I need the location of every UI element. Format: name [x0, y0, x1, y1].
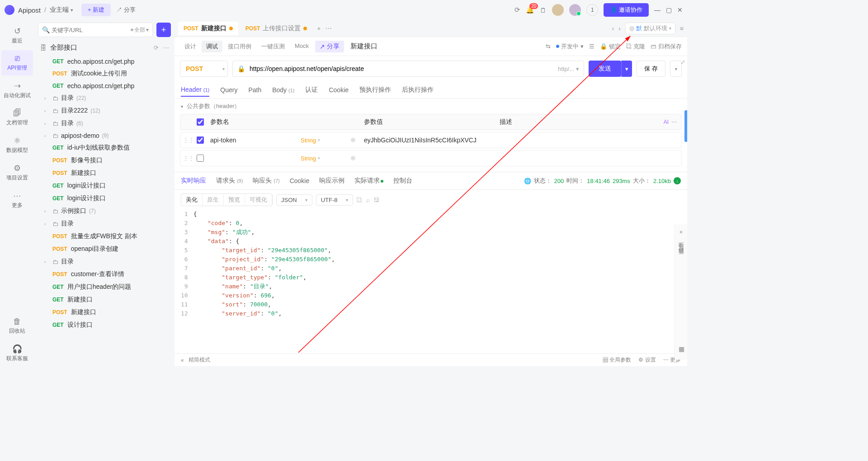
environment-select[interactable]: ◎ 默默认环境 ▾ [625, 23, 675, 34]
select-all-checkbox[interactable] [197, 118, 204, 126]
fmt-预览[interactable]: 预览 [224, 194, 245, 206]
param-tab-Cookie[interactable]: Cookie [329, 84, 349, 96]
collapse-icon[interactable]: ▾ [181, 104, 183, 109]
drag-icon[interactable]: ⋮⋮ [183, 155, 197, 161]
rail-item-文档管理[interactable]: 🗐文档管理 [1, 105, 33, 130]
simple-mode[interactable]: 精简模式 [189, 356, 210, 364]
request-tab[interactable]: POST上传接口设置 [240, 22, 313, 35]
resp-tab-响应头[interactable]: 响应头 (7) [253, 177, 279, 185]
tree-api[interactable]: GETid-iu中划线获取参数值 [34, 141, 175, 154]
tree-folder[interactable]: ›🗀目录 [34, 255, 175, 268]
tree-api[interactable]: GETecho.apipost.cn/get.php [34, 80, 175, 92]
next-tab-icon[interactable]: › [618, 25, 621, 32]
mode-调试[interactable]: 调试 [202, 41, 222, 52]
member-count[interactable]: 1 [586, 4, 598, 16]
response-encoding-select[interactable]: UTF-8▾ [316, 194, 353, 206]
required-icon[interactable]: ✻ [350, 155, 364, 162]
header-value[interactable]: eyJhbGciOiJIUzI1NiIsInR5cCI6IkpXVCJ [364, 136, 500, 144]
tree-api[interactable]: GET新建接口 [34, 293, 175, 306]
search-input-wrap[interactable]: 🔍 全部 ▾ [38, 23, 153, 37]
save-button[interactable]: 保 存 [637, 61, 665, 77]
dev-status[interactable]: 开发中 ▾ [556, 42, 584, 51]
tree-api[interactable]: GETecho.apipost.cn/get.php [34, 56, 175, 67]
assertions-panel[interactable]: « 断言与校验 [675, 224, 687, 360]
list-icon[interactable]: ≡ [680, 25, 684, 32]
copy-icon[interactable]: ⿻ [357, 197, 363, 203]
fmt-美化[interactable]: 美化 [181, 194, 203, 206]
row-checkbox[interactable] [197, 136, 204, 144]
tree-api[interactable]: POST新建接口 [34, 167, 175, 179]
tree-api[interactable]: POSTcustomer-查看详情 [34, 268, 175, 281]
notes-icon[interactable]: 🗒 [540, 6, 547, 14]
row-checkbox[interactable] [197, 155, 204, 162]
rail-item-联系客服[interactable]: 🎧联系客服 [1, 340, 33, 366]
more-icon[interactable]: ⋯ [671, 119, 677, 125]
add-button[interactable]: + [156, 23, 171, 37]
resp-tab-控制台[interactable]: 控制台 [393, 177, 412, 185]
resp-tab-实时响应[interactable]: 实时响应 [181, 177, 206, 185]
ai-icon[interactable]: AI [664, 119, 669, 125]
lock-action[interactable]: 🔒 锁定 [600, 42, 621, 51]
request-tab[interactable]: POST新建接口 [178, 22, 238, 35]
menu-icon[interactable]: ☰ [589, 43, 594, 50]
avatar[interactable] [552, 4, 564, 16]
param-tab-Path[interactable]: Path [248, 84, 261, 96]
search-filter[interactable]: 全部 ▾ [131, 26, 149, 34]
refresh-icon[interactable]: ⟳ [154, 44, 159, 51]
tree-api[interactable]: POST新建接口 [34, 306, 175, 319]
tree-api[interactable]: GET用户接口header的问题 [34, 281, 175, 293]
send-button[interactable]: 发送 [589, 61, 621, 77]
rail-item-API管理[interactable]: ⎚API管理 [1, 50, 33, 75]
url-input[interactable] [250, 65, 553, 72]
tree-api[interactable]: GETlogin设计接口 [34, 179, 175, 192]
settings[interactable]: ⚙ 设置 [638, 356, 656, 364]
mode-设计[interactable]: 设计 [180, 41, 201, 52]
rail-item-回收站[interactable]: 🗑回收站 [1, 313, 33, 339]
add-tab-icon[interactable]: + [317, 25, 321, 32]
layout-icon[interactable]: ⇆ [546, 43, 551, 50]
global-params[interactable]: ▦ 全局参数 [603, 356, 631, 364]
rail-item-数据模型[interactable]: ⚛数据模型 [1, 132, 33, 158]
save-file-icon[interactable]: 🖫 [373, 197, 379, 203]
collapse-icon[interactable]: « [679, 229, 683, 235]
send-dropdown[interactable]: ▾ [621, 61, 632, 77]
collapse-left-icon[interactable]: « [181, 357, 184, 363]
maximize-icon[interactable]: ▢ [666, 6, 672, 14]
resp-tab-请求头[interactable]: 请求头 (9) [216, 177, 243, 185]
minimize-icon[interactable]: ― [654, 6, 660, 14]
project-name[interactable]: 业主端 [50, 6, 69, 14]
more-icon[interactable]: ⋯ [163, 44, 169, 51]
type-select[interactable]: String ▾ [301, 137, 350, 144]
share-link[interactable]: ↗分享 [315, 41, 344, 52]
param-tab-Header[interactable]: Header (1) [181, 83, 209, 97]
response-type-select[interactable]: JSON▾ [276, 194, 312, 206]
required-icon[interactable]: ✻ [350, 136, 364, 144]
new-button[interactable]: + 新建 [81, 4, 111, 16]
tree-api[interactable]: POST影像号接口 [34, 154, 175, 167]
tree-folder[interactable]: ›🗀目录 (6) [34, 117, 175, 130]
mode-Mock[interactable]: Mock [290, 41, 313, 52]
header-row[interactable]: ⋮⋮api-tokenString ▾✻eyJhbGciOiJIUzI1NiIs… [180, 132, 682, 148]
close-icon[interactable]: ✕ [677, 6, 683, 14]
type-select[interactable]: String ▾ [301, 155, 350, 162]
param-tab-后执行操作[interactable]: 后执行操作 [402, 83, 434, 97]
fmt-原生[interactable]: 原生 [203, 194, 224, 206]
sync-icon[interactable]: ⟳ [514, 6, 520, 14]
tree-folder[interactable]: ›🗀apipost-demo (9) [34, 130, 175, 141]
param-tab-认证[interactable]: 认证 [305, 83, 318, 97]
download-icon[interactable]: ↓ [674, 177, 681, 184]
header-name[interactable]: api-token [210, 136, 301, 144]
prev-tab-icon[interactable]: ‹ [612, 25, 614, 32]
tree-api[interactable]: POSTopenapi目录创建 [34, 243, 175, 255]
tree-folder[interactable]: ›🗀示例接口 (7) [34, 205, 175, 217]
fmt-可视化[interactable]: 可视化 [245, 194, 272, 206]
rail-item-最近[interactable]: ↺最近 [1, 23, 33, 48]
protocol-select[interactable]: http/... ▾ [558, 66, 579, 72]
param-tab-Body[interactable]: Body (1) [272, 84, 294, 96]
avatar[interactable] [569, 4, 581, 16]
resp-tab-实际请求[interactable]: 实际请求 [354, 177, 383, 185]
mode-接口用例[interactable]: 接口用例 [223, 41, 256, 52]
param-tab-预执行操作[interactable]: 预执行操作 [359, 83, 391, 97]
rail-item-更多[interactable]: ⋯更多 [1, 187, 33, 213]
tab-menu-icon[interactable]: ⋯ [326, 25, 332, 32]
